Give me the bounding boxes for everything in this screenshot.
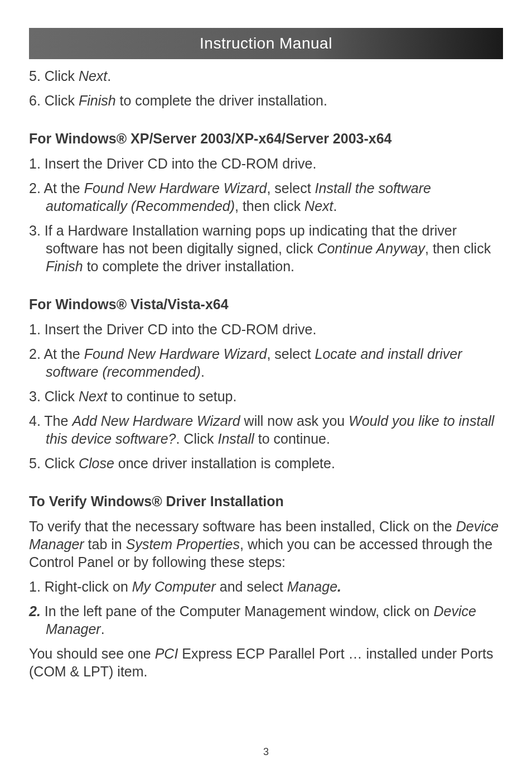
verify-step-2: 2. In the left pane of the Computer Mana… <box>29 602 503 638</box>
top-step-5: 5. Click Next. <box>29 67 503 85</box>
section-heading-verify: To Verify Windows® Driver Installation <box>29 493 503 510</box>
verify-step-1: 1. Right-click on My Computer and select… <box>29 578 503 595</box>
vista-step-2: 2. At the Found New Hardware Wizard, sel… <box>29 345 503 381</box>
xp-step-3: 3. If a Hardware Installation warning po… <box>29 222 503 275</box>
top-step-6: 6. Click Finish to complete the driver i… <box>29 92 503 109</box>
xp-step-2: 2. At the Found New Hardware Wizard, sel… <box>29 179 503 215</box>
section-heading-xp: For Windows® XP/Server 2003/XP-x64/Serve… <box>29 131 503 147</box>
vista-step-3: 3. Click Next to continue to setup. <box>29 387 503 405</box>
page-number: 3 <box>0 746 532 758</box>
vista-step-1: 1. Insert the Driver CD into the CD-ROM … <box>29 320 503 338</box>
header-bar: Instruction Manual <box>29 28 503 59</box>
header-title: Instruction Manual <box>200 35 332 52</box>
vista-step-5: 5. Click Close once driver installation … <box>29 454 503 472</box>
verify-para-1: To verify that the necessary software ha… <box>29 517 503 571</box>
section-heading-vista: For Windows® Vista/Vista-x64 <box>29 296 503 313</box>
verify-para-2: You should see one PCI Express ECP Paral… <box>29 645 503 680</box>
vista-step-4: 4. The Add New Hardware Wizard will now … <box>29 412 503 448</box>
xp-step-1: 1. Insert the Driver CD into the CD-ROM … <box>29 155 503 172</box>
